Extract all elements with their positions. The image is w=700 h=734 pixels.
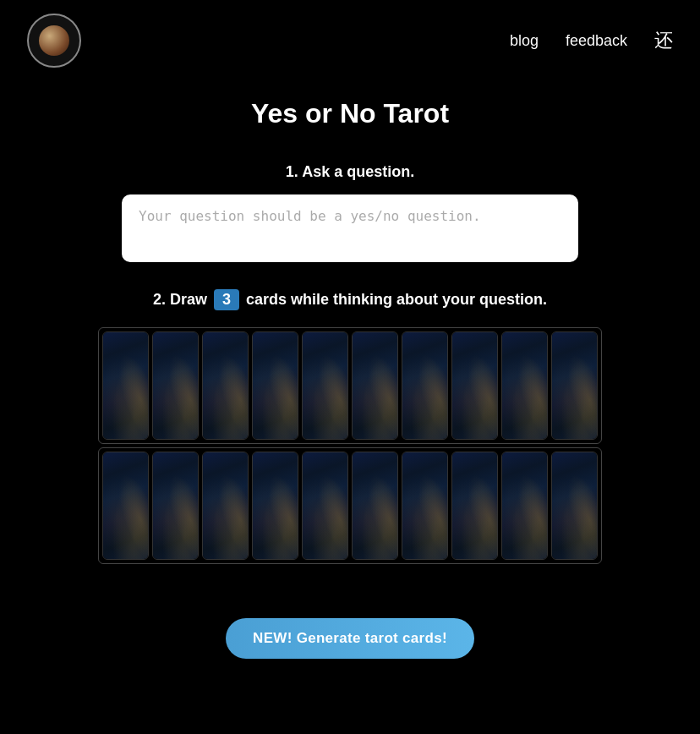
tarot-card[interactable] [501, 331, 548, 440]
tarot-card[interactable] [402, 331, 448, 440]
logo[interactable] [27, 14, 81, 68]
card-grid [98, 327, 602, 567]
tarot-card[interactable] [402, 452, 448, 560]
tarot-card[interactable] [551, 452, 598, 560]
draw-number: 3 [214, 289, 239, 310]
main-content: Yes or No Tarot 1. Ask a question. 2. Dr… [0, 81, 700, 676]
header: blog feedback 还 [0, 0, 700, 81]
nav: blog feedback 还 [510, 28, 673, 53]
tarot-card[interactable] [152, 331, 199, 440]
step1-label: 1. Ask a question. [286, 163, 414, 181]
feedback-link[interactable]: feedback [566, 32, 627, 50]
generate-button[interactable]: NEW! Generate tarot cards! [226, 618, 474, 659]
tarot-card[interactable] [501, 452, 548, 560]
tarot-card[interactable] [302, 452, 348, 560]
tarot-card[interactable] [551, 331, 598, 440]
tarot-card[interactable] [451, 331, 498, 440]
tarot-card[interactable] [252, 331, 298, 440]
tarot-card[interactable] [202, 331, 249, 440]
tarot-card[interactable] [102, 452, 149, 560]
tarot-card[interactable] [352, 331, 398, 440]
card-row-2 [98, 447, 602, 564]
tarot-card[interactable] [102, 331, 149, 440]
tarot-card[interactable] [302, 331, 348, 440]
tarot-card[interactable] [152, 452, 199, 560]
step2-suffix: cards while thinking about your question… [246, 291, 547, 309]
tarot-card[interactable] [352, 452, 398, 560]
translate-icon[interactable]: 还 [654, 28, 673, 53]
tarot-card[interactable] [252, 452, 298, 560]
tarot-card[interactable] [202, 452, 249, 560]
step2-label: 2. Draw 3 cards while thinking about you… [153, 289, 547, 310]
blog-link[interactable]: blog [510, 32, 539, 50]
page-title: Yes or No Tarot [251, 98, 449, 129]
card-row-1 [98, 327, 602, 444]
tarot-card[interactable] [451, 452, 498, 560]
question-input[interactable] [122, 194, 578, 262]
step2-prefix: 2. Draw [153, 291, 207, 309]
